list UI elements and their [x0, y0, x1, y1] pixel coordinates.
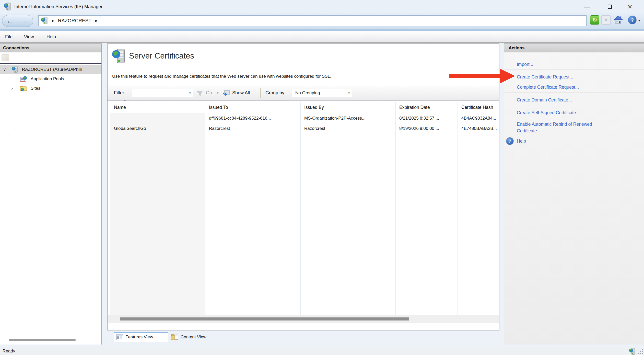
status-bar: Ready	[0, 347, 644, 355]
connections-toolbar-separator	[13, 54, 13, 62]
column-header-issued-to[interactable]: Issued To	[209, 102, 296, 113]
page-description: Use this feature to request and manage c…	[112, 74, 331, 79]
iis-logo-icon	[4, 3, 11, 11]
tab-content-view[interactable]: Content View	[170, 333, 221, 343]
table-row-2-issued-to[interactable]: Razorcrest	[209, 123, 297, 134]
connections-horizontal-scrollbar[interactable]	[9, 339, 76, 341]
column-header-hash[interactable]: Certificate Hash	[461, 102, 499, 113]
show-all-icon	[223, 89, 230, 97]
features-view-label: Features View	[125, 333, 153, 342]
action-create-certificate-request[interactable]: Create Certificate Request...	[517, 74, 573, 80]
go-dropdown-icon[interactable]: ▾	[217, 86, 219, 100]
go-button[interactable]: Go	[206, 86, 212, 100]
tree-connector	[15, 127, 15, 132]
column-separator[interactable]	[300, 102, 301, 315]
action-create-domain-certificate[interactable]: Create Domain Certificate...	[517, 97, 572, 103]
filter-dropdown-icon[interactable]: ▾	[189, 89, 191, 97]
refresh-button[interactable]: ↻	[590, 15, 599, 25]
name-column-shade	[110, 113, 205, 315]
action-enable-automatic-rebind[interactable]: Enable Automatic Rebind of Renewed Certi…	[517, 121, 604, 134]
collapse-icon[interactable]: ∨	[3, 65, 6, 74]
close-button[interactable]: ×	[623, 0, 637, 13]
address-bar[interactable]: ▶ RAZORCREST ▶	[38, 15, 587, 26]
table-row-2-issued-by[interactable]: Razorcrest	[304, 123, 392, 134]
home-button[interactable]	[614, 15, 623, 25]
server-node-label: RAZORCREST (AzureAD\Philli	[22, 65, 82, 74]
help-dropdown-icon[interactable]: ▾	[638, 13, 640, 28]
list-horizontal-scrollbar-thumb[interactable]	[120, 317, 409, 320]
divider-strip	[0, 29, 644, 31]
application-pools-icon	[20, 76, 27, 82]
show-all-button[interactable]: Show All	[232, 86, 250, 100]
table-row-2-hash[interactable]: 4E7480BABA2B...	[461, 123, 499, 134]
table-row-1-name[interactable]	[114, 113, 202, 123]
table-row-2-expiration[interactable]: 8/19/2026 8:00:00 ...	[399, 123, 455, 134]
table-row-1-issued-to[interactable]: dff69681-cc84-4289-9522-616...	[209, 113, 297, 123]
menu-help[interactable]: Help	[45, 31, 57, 42]
group-by-select[interactable]: No Grouping ▾	[292, 89, 352, 97]
column-header-expiration[interactable]: Expiration Date	[399, 102, 454, 113]
table-row-2-name[interactable]: GlobalSearchGo	[114, 123, 202, 134]
column-header-issued-by[interactable]: Issued By	[304, 102, 391, 113]
filter-text-field[interactable]	[133, 89, 184, 97]
content-view-icon	[171, 334, 179, 340]
breadcrumb-arrow-icon: ▶	[52, 16, 54, 26]
resize-grip[interactable]	[638, 349, 643, 354]
menu-file[interactable]: File	[4, 31, 14, 42]
sites-folder-icon	[20, 85, 27, 91]
actions-separator	[504, 118, 644, 118]
page-title: Server Certificates	[129, 51, 194, 61]
toolbar-separator	[626, 16, 626, 24]
column-separator[interactable]	[458, 102, 458, 315]
table-row-1-hash[interactable]: 4B4AC9032A84...	[461, 113, 499, 123]
status-text: Ready	[3, 347, 15, 355]
group-by-label: Group by:	[265, 86, 286, 100]
table-row-1-issued-by[interactable]: MS-Organization-P2P-Access...	[304, 113, 392, 123]
filter-funnel-icon	[196, 90, 203, 97]
application-pools-label: Application Pools	[31, 74, 64, 84]
tab-features-view[interactable]: Features View	[114, 332, 168, 342]
toolbar-separator	[260, 88, 261, 98]
filter-label: Filter:	[114, 86, 125, 100]
save-connection-icon[interactable]	[2, 54, 9, 61]
breadcrumb-arrow-icon-2[interactable]: ▶	[95, 16, 98, 26]
maximize-icon	[608, 5, 612, 9]
stop-button[interactable]: ×	[601, 15, 611, 25]
forward-icon: →	[21, 15, 27, 27]
action-help[interactable]: Help	[517, 138, 526, 144]
refresh-icon: ↻	[592, 17, 597, 23]
help-glyph: ?	[509, 139, 511, 144]
filter-input[interactable]: ▾	[132, 89, 193, 97]
iis-manager-window: Internet Information Services (IIS) Mana…	[0, 0, 644, 355]
connections-toolbar	[0, 52, 101, 64]
column-separator[interactable]	[395, 102, 396, 315]
expand-icon[interactable]: ›	[11, 84, 13, 93]
tree-node-application-pools[interactable]: Application Pools	[0, 74, 101, 84]
group-by-dropdown-icon[interactable]: ▾	[348, 89, 350, 97]
table-row-1-expiration[interactable]: 8/21/2025 8:32:57 ...	[399, 113, 455, 123]
action-complete-certificate-request[interactable]: Complete Certificate Request...	[517, 84, 579, 90]
actions-separator	[504, 93, 644, 93]
tree-node-server[interactable]: ∨ RAZORCREST (AzureAD\Philli	[0, 65, 101, 74]
column-header-name[interactable]: Name	[114, 102, 201, 113]
action-create-self-signed-certificate[interactable]: Create Self-Signed Certificate...	[517, 109, 580, 116]
minimize-icon: —	[584, 3, 590, 10]
column-separator[interactable]	[205, 102, 205, 315]
group-by-value: No Grouping	[295, 89, 320, 97]
breadcrumb-server[interactable]: RAZORCREST	[58, 16, 91, 26]
menu-view[interactable]: View	[22, 31, 36, 42]
minimize-button[interactable]: —	[580, 0, 594, 13]
help-button[interactable]: ?	[628, 16, 637, 24]
actions-separator	[504, 70, 644, 70]
server-node-icon	[12, 66, 18, 73]
maximize-button[interactable]	[603, 0, 617, 13]
window-title: Internet Information Services (IIS) Mana…	[14, 0, 102, 13]
action-import[interactable]: Import...	[517, 61, 533, 68]
sites-label: Sites	[31, 84, 40, 93]
server-certificates-panel: Server Certificates Use this feature to …	[107, 43, 499, 330]
actions-header: Actions	[504, 44, 644, 52]
title-bar: Internet Information Services (IIS) Mana…	[0, 0, 644, 13]
stop-icon: ×	[604, 16, 608, 24]
tree-node-sites[interactable]: › Sites	[0, 84, 101, 93]
nav-buttons: ← →	[2, 15, 33, 27]
